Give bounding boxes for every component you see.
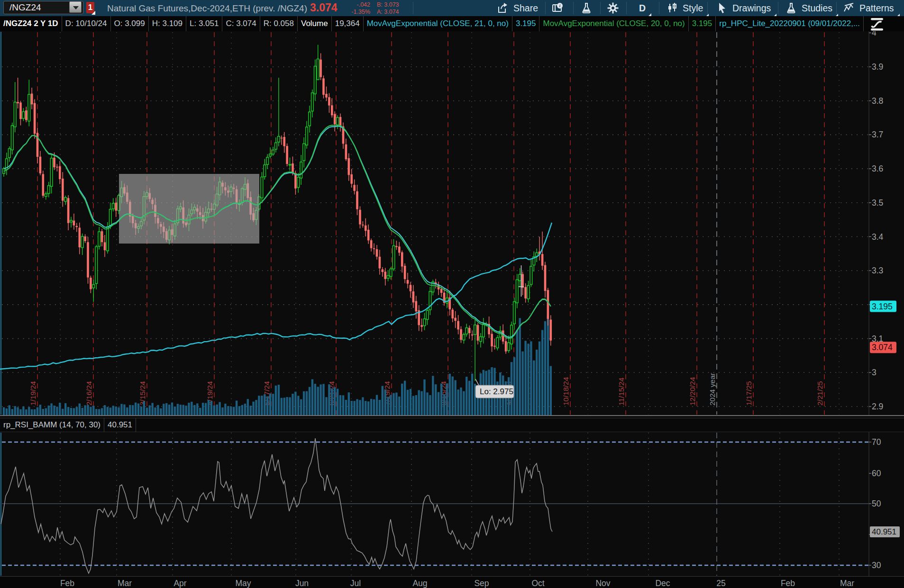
svg-text:Lo: 2.975: Lo: 2.975 [480, 387, 513, 396]
svg-text:3.3: 3.3 [872, 266, 883, 275]
svg-text:12/20/24: 12/20/24 [688, 377, 696, 406]
svg-text:3.8: 3.8 [872, 96, 883, 106]
svg-text:11/15/24: 11/15/24 [617, 377, 625, 406]
svg-text:2/21/25: 2/21/25 [816, 381, 824, 406]
svg-text:1/17/25: 1/17/25 [745, 381, 753, 406]
svg-text:10/18/24: 10/18/24 [562, 377, 570, 406]
svg-text:50: 50 [872, 499, 881, 508]
svg-text:3/15/24: 3/15/24 [138, 381, 146, 406]
svg-text:70: 70 [872, 437, 881, 447]
svg-text:30: 30 [872, 561, 881, 570]
svg-text:3.9: 3.9 [872, 62, 883, 72]
svg-text:3: 3 [872, 368, 877, 377]
svg-text:4/19/24: 4/19/24 [206, 381, 214, 406]
svg-text:60: 60 [872, 469, 881, 478]
svg-text:3.6: 3.6 [872, 164, 883, 173]
svg-text:3.074: 3.074 [872, 343, 893, 352]
svg-text:3.7: 3.7 [872, 130, 883, 139]
svg-text:4: 4 [872, 31, 877, 37]
svg-text:3.5: 3.5 [872, 198, 883, 208]
svg-text:2/16/24: 2/16/24 [85, 381, 93, 406]
svg-text:3.4: 3.4 [872, 232, 884, 242]
svg-text:2024 year: 2024 year [708, 373, 716, 406]
svg-text:2.9: 2.9 [872, 402, 883, 411]
svg-text:1/19/24: 1/19/24 [29, 381, 37, 406]
svg-text:3.195: 3.195 [872, 302, 893, 311]
svg-text:40.951: 40.951 [872, 527, 896, 536]
